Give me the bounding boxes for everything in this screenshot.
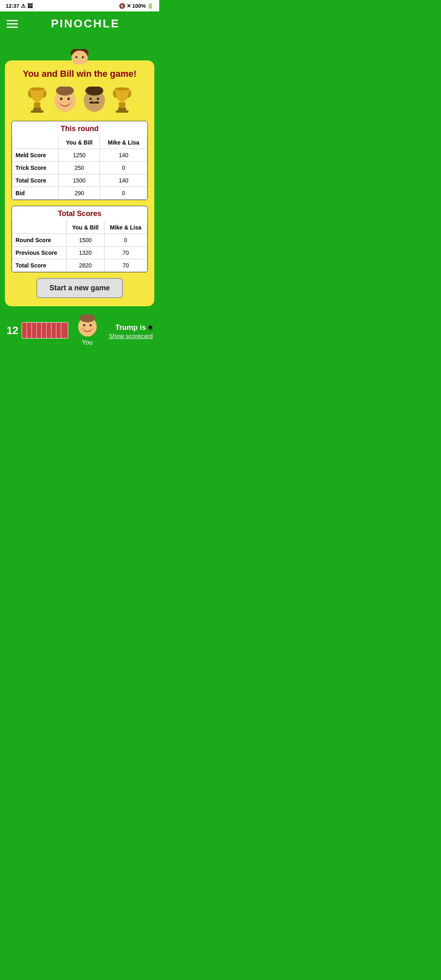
top-green-area (0, 36, 159, 60)
svg-point-27 (91, 327, 94, 330)
svg-point-11 (67, 98, 70, 100)
svg-point-7 (30, 87, 45, 91)
row-val2: 70 (104, 259, 147, 272)
table-row: Previous Score 1320 70 (12, 247, 147, 259)
menu-line-3 (7, 27, 18, 28)
bottom-area: 12 You (0, 306, 159, 388)
total-scores-table: You & Bill Mike & Lisa Round Score 1500 … (12, 221, 147, 272)
row-label: Total Score (12, 174, 59, 187)
table-row: Total Score 1500 140 (12, 174, 147, 187)
table-row: Trick Score 250 0 (12, 162, 147, 174)
card-backs (22, 322, 66, 339)
row-label: Previous Score (12, 247, 67, 259)
trump-text: Trump is ♠ (109, 322, 153, 332)
total-scores-col1: You & Bill (67, 221, 104, 234)
row-val2: 70 (104, 247, 147, 259)
time: 12:37 (6, 3, 19, 9)
this-round-body: Meld Score 1250 140 Trick Score 250 0 To… (12, 149, 147, 200)
row-val1: 1250 (58, 149, 100, 162)
player-avatar-icon (76, 314, 99, 337)
player-you-face-icon (81, 87, 107, 113)
peeking-character-icon (67, 49, 92, 65)
svg-point-21 (115, 87, 129, 91)
svg-point-2 (76, 56, 78, 58)
table-row: Bid 290 0 (12, 187, 147, 200)
new-game-button[interactable]: Start a new game (36, 278, 123, 298)
row-val1: 1500 (67, 234, 104, 247)
total-scores-col0 (12, 221, 67, 234)
card-9 (61, 322, 68, 339)
trump-area: Trump is ♠ Show scorecard (109, 322, 153, 339)
this-round-col1: You & Bill (58, 136, 100, 149)
status-right: 🔇 ✕ 100% 🔋 (119, 3, 154, 9)
svg-point-25 (89, 324, 91, 326)
player-area: You (76, 314, 99, 346)
bottom-row: 12 You (7, 314, 153, 346)
row-val1: 250 (58, 162, 100, 174)
app-header: PINOCHLE (0, 11, 159, 36)
this-round-header-row: You & Bill Mike & Lisa (12, 136, 147, 149)
table-row: Meld Score 1250 140 (12, 149, 147, 162)
row-val2: 140 (100, 174, 147, 187)
cards-area: 12 (7, 322, 66, 339)
card-count: 12 (7, 324, 18, 337)
total-scores-header-row: You & Bill Mike & Lisa (12, 221, 147, 234)
app-title: PINOCHLE (18, 17, 153, 30)
svg-point-26 (80, 327, 84, 330)
row-label: Round Score (12, 234, 67, 247)
svg-point-16 (89, 98, 92, 100)
menu-button[interactable] (7, 20, 18, 28)
total-scores-title: Total Scores (12, 206, 147, 221)
trophy-left-icon (26, 86, 49, 114)
row-val2: 0 (104, 234, 147, 247)
trophy-right-icon (111, 86, 134, 114)
win-title: You and Bill win the game! (11, 69, 148, 79)
status-left: 12:37 ⚠ 🖼 (6, 3, 33, 9)
table-row: Round Score 1500 0 (12, 234, 147, 247)
battery-icon: 🔋 (147, 3, 154, 9)
trophy-row (11, 86, 148, 114)
this-round-table: You & Bill Mike & Lisa Meld Score 1250 1… (12, 136, 147, 200)
this-round-section: This round You & Bill Mike & Lisa Meld S… (11, 121, 148, 200)
svg-rect-20 (119, 102, 125, 108)
status-bar: 12:37 ⚠ 🖼 🔇 ✕ 100% 🔋 (0, 0, 159, 11)
svg-point-3 (82, 56, 84, 58)
trump-suit-icon: ♠ (148, 322, 153, 332)
player-bill-face-icon (52, 87, 78, 113)
svg-rect-19 (116, 110, 128, 113)
total-scores-section: Total Scores You & Bill Mike & Lisa Roun… (11, 206, 148, 272)
svg-point-13 (69, 102, 73, 104)
row-val2: 140 (100, 149, 147, 162)
svg-point-17 (97, 98, 99, 100)
trump-label: Trump is (115, 323, 146, 332)
signal-icon: ✕ (127, 3, 131, 9)
svg-point-10 (60, 98, 62, 100)
row-label: Bid (12, 187, 59, 200)
show-scorecard-button[interactable]: Show scorecard (109, 332, 153, 339)
svg-rect-5 (31, 110, 43, 113)
row-val1: 1500 (58, 174, 100, 187)
svg-rect-4 (33, 107, 41, 111)
row-val2: 0 (100, 187, 147, 200)
this-round-title: This round (12, 121, 147, 136)
total-scores-col2: Mike & Lisa (104, 221, 147, 234)
image-icon: 🖼 (27, 3, 33, 9)
battery: 100% (132, 3, 146, 9)
peek-face-area (67, 49, 92, 65)
mute-icon: 🔇 (119, 3, 125, 9)
row-label: Trick Score (12, 162, 59, 174)
warning-icon: ⚠ (21, 3, 26, 9)
menu-line-2 (7, 23, 18, 24)
svg-rect-18 (118, 107, 126, 111)
menu-line-1 (7, 20, 18, 21)
row-val2: 0 (100, 162, 147, 174)
player-label: You (82, 339, 93, 346)
row-label: Meld Score (12, 149, 59, 162)
row-val1: 290 (58, 187, 100, 200)
result-modal: You and Bill win the game! (5, 60, 154, 306)
svg-point-24 (83, 324, 85, 326)
this-round-col0 (12, 136, 59, 149)
svg-rect-6 (34, 102, 40, 108)
row-label: Total Score (12, 259, 67, 272)
total-scores-body: Round Score 1500 0 Previous Score 1320 7… (12, 234, 147, 272)
